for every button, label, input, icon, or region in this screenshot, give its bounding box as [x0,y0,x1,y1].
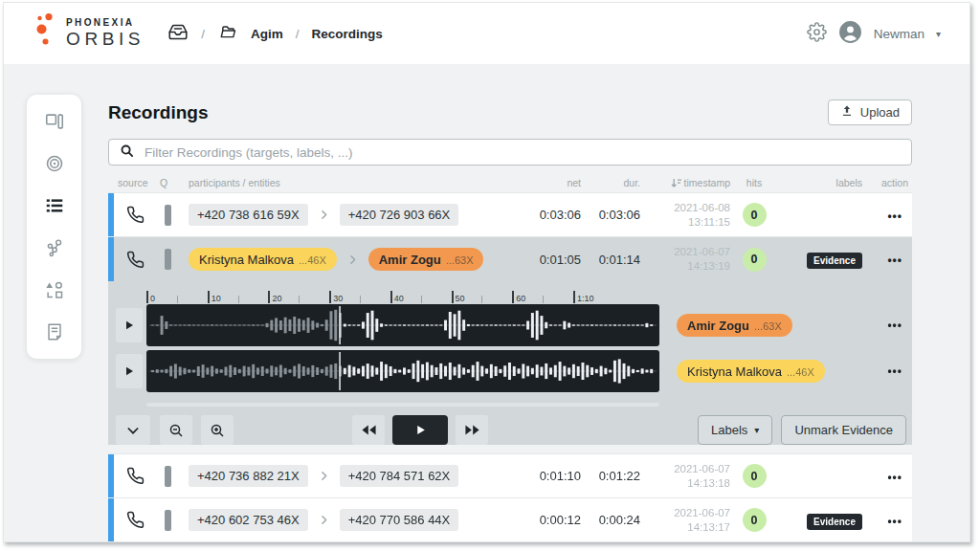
sidebar-item-dashboard[interactable] [27,100,81,143]
waveform-canvas[interactable] [146,350,659,392]
breadcrumb-folder[interactable]: Agim [251,27,283,41]
col-timestamp-sort[interactable]: timestamp [640,177,730,188]
skip-forward-button[interactable] [456,415,488,445]
participants-cell: +420 736 882 21X+420 784 571 62X [185,465,525,487]
ruler-minor-tick [177,296,178,303]
waveform-canvas[interactable] [146,304,659,346]
track-play-button[interactable] [116,308,143,342]
labels-cell: Evidence [778,251,862,268]
play-icon [414,424,427,436]
search-icon [120,143,134,162]
total-duration: 0:03:06 [581,208,640,222]
sidebar-item-entities[interactable] [27,269,81,311]
phonexia-orbis-logo[interactable]: PHONEXIA ORBIS [34,13,145,54]
upload-button[interactable]: Upload [828,99,912,125]
hits-count-badge: 0 [743,508,767,532]
chevron-right-icon [346,253,359,266]
sidebar-item-notes[interactable] [27,311,81,353]
collapse-player-button[interactable] [116,415,150,445]
skip-back-button[interactable] [352,415,385,445]
ruler-major-tick [268,291,270,303]
timestamp: 2021-06-0813:11:15 [640,201,730,230]
hits-count-badge: 0 [743,464,767,488]
row-actions-menu[interactable]: ••• [887,253,902,267]
page-title: Recordings [108,102,209,123]
col-labels: labels [778,177,862,188]
player-controls: Labels ▾ Unmark Evidence [116,415,906,445]
sort-descending-icon [671,178,682,188]
speaker-label-pill[interactable]: Kristyna Malkova...46X [677,360,825,383]
participant-name-pill[interactable]: Amir Zogu...63X [368,248,484,271]
breadcrumb-separator: / [201,27,205,41]
caret-down-icon[interactable]: ▾ [936,29,941,39]
recording-row[interactable]: Kristyna Malkova...46XAmir Zogu...63X 0:… [108,237,912,281]
net-duration: 0:03:06 [525,208,581,222]
row-actions-menu[interactable]: ••• [887,515,902,528]
ruler-minor-tick [299,296,300,303]
source-phone-icon [114,511,156,529]
participant-number-chip[interactable]: +420 738 616 59X [189,204,308,226]
participants-cell: +420 738 616 59X+420 726 903 66X [185,204,525,226]
ruler-tick-label: 10 [212,294,221,303]
sidebar-item-recordings-list[interactable] [27,185,81,227]
notes-document-icon [44,321,65,342]
participant-number-chip[interactable]: +420 784 571 62X [340,465,459,487]
waveform-scrollbar[interactable] [146,403,659,407]
source-phone-icon [114,206,156,224]
participant-name-pill[interactable]: Kristyna Malkova...46X [189,248,337,271]
zoom-out-button[interactable] [160,415,192,445]
sidebar-item-link-analysis[interactable] [27,227,81,269]
play-button[interactable] [392,415,448,445]
recording-row[interactable]: +420 738 616 59X+420 726 903 66X 0:03:06… [108,192,912,236]
total-duration: 0:01:14 [581,253,640,267]
labels-dropdown-button[interactable]: Labels ▾ [698,415,772,445]
folder-icon[interactable] [217,23,238,44]
recording-row[interactable]: +420 602 753 46X+420 770 586 44X 0:00:12… [108,497,912,541]
speaker-label-pill[interactable]: Amir Zogu...63X [677,314,792,337]
ruler-minor-tick [360,296,361,303]
chevron-down-icon [125,423,141,438]
zoom-in-button[interactable] [201,415,234,445]
brand-name-top: PHONEXIA [66,17,145,28]
ruler-major-tick [452,291,454,303]
col-hits: hits [730,177,778,188]
participant-number-chip[interactable]: +420 770 586 44X [340,509,459,531]
recording-row[interactable]: +420 736 882 21X+420 784 571 62X 0:01:10… [108,453,912,497]
participant-number-chip[interactable]: +420 602 753 46X [189,509,308,531]
ruler-tick-label: 40 [394,294,404,303]
labels-cell: Evidence [778,512,862,529]
filter-recordings-input[interactable] [145,145,901,160]
recording-row-partial[interactable] [108,541,912,542]
upload-icon [840,104,854,121]
evidence-badge: Evidence [807,253,862,269]
track-actions-menu[interactable]: ••• [887,364,902,378]
participant-number-chip[interactable]: +420 736 882 21X [189,465,308,487]
net-duration: 0:00:12 [525,513,581,527]
track-play-button[interactable] [116,354,143,388]
settings-gear-icon[interactable] [807,22,827,46]
col-action: action [862,177,908,188]
archive-inbox-icon[interactable] [167,22,189,45]
ruler-tick-label: 30 [333,294,343,303]
sidebar-item-targets[interactable] [27,143,81,185]
user-avatar-icon[interactable] [838,20,862,48]
unmark-evidence-button[interactable]: Unmark Evidence [781,415,906,445]
top-header-bar: PHONEXIA ORBIS / Agim / Recordings [4,3,969,64]
target-icon [44,153,65,174]
participant-number-chip[interactable]: +420 726 903 66X [340,204,459,226]
row-actions-menu[interactable]: ••• [887,209,902,223]
row-actions-menu[interactable]: ••• [887,471,902,484]
track-actions-menu[interactable]: ••• [887,319,902,332]
waveform-time-ruler: 01020304050601:10 [146,281,659,304]
user-menu[interactable]: Newman [874,27,924,41]
timestamp: 2021-06-0714:13:19 [640,245,730,274]
zoom-out-icon [168,423,184,438]
breadcrumb-page[interactable]: Recordings [311,27,382,41]
ruler-minor-tick [481,296,482,303]
chevron-right-icon [318,209,330,221]
ruler-tick-label: 0 [150,294,155,303]
caret-down-icon: ▾ [754,425,759,435]
expanded-recording-section: Kristyna Malkova...46XAmir Zogu...63X 0:… [108,236,912,445]
chevron-right-icon [318,470,330,482]
total-duration: 0:01:22 [581,469,640,483]
